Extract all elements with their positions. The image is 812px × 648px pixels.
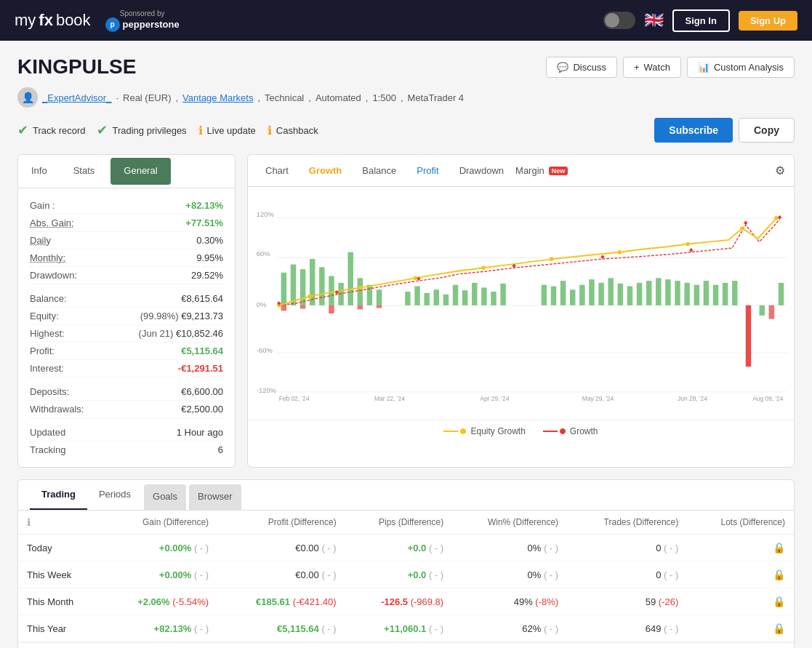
cashback-status: ℹ Cashback — [268, 124, 318, 137]
logo-book: book — [56, 11, 91, 30]
svg-rect-30 — [443, 295, 449, 305]
chart-tab-growth[interactable]: Growth — [300, 161, 351, 180]
theme-toggle[interactable] — [603, 12, 635, 29]
svg-rect-12 — [300, 269, 305, 305]
main-content: KINGPULSE 💬 Discuss + Watch 📊 Custom Ana… — [0, 41, 812, 648]
svg-rect-22 — [300, 305, 305, 309]
copy-button[interactable]: Copy — [739, 118, 795, 143]
svg-rect-49 — [656, 278, 661, 305]
svg-rect-59 — [760, 305, 765, 316]
account-actions: 💬 Discuss + Watch 📊 Custom Analysis — [546, 57, 795, 78]
live-update-status: ℹ Live update — [198, 124, 256, 137]
svg-rect-44 — [608, 278, 613, 305]
subscribe-button[interactable]: Subscribe — [654, 118, 733, 143]
svg-rect-28 — [424, 293, 429, 305]
signup-button[interactable]: Sign Up — [739, 11, 797, 31]
svg-rect-20 — [377, 289, 382, 305]
svg-rect-41 — [579, 285, 584, 305]
trading-privileges-status: ✔ Trading privileges — [97, 122, 186, 138]
chart-tab-chart[interactable]: Chart — [257, 161, 297, 180]
user-link[interactable]: _ExpertAdvisor_ — [42, 92, 111, 103]
svg-rect-43 — [598, 283, 603, 305]
toggle-knob — [605, 13, 619, 28]
left-tabs-nav: Info Stats General — [18, 155, 235, 188]
svg-rect-58 — [746, 305, 751, 367]
svg-rect-54 — [704, 281, 709, 305]
deposits-row: Deposits: €6,600.00 — [30, 383, 223, 401]
col-pips: Pips (Difference) — [345, 511, 453, 535]
svg-rect-45 — [618, 284, 623, 305]
table-row: This Week +0.00% ( - ) €0.00 ( - ) +0.0 … — [18, 561, 794, 588]
svg-rect-29 — [434, 289, 439, 305]
svg-rect-14 — [319, 267, 324, 305]
svg-point-67 — [550, 257, 554, 261]
warn-icon: ℹ — [198, 124, 203, 137]
svg-point-66 — [481, 265, 486, 270]
col-win: Win% (Difference) — [452, 511, 567, 535]
svg-point-68 — [618, 250, 622, 255]
svg-rect-50 — [665, 279, 670, 305]
svg-rect-24 — [358, 305, 363, 310]
navbar: myfxbook Sponsored by p pepperstone 🇬🇧 S… — [0, 0, 812, 41]
svg-rect-47 — [637, 283, 642, 305]
svg-rect-15 — [329, 276, 334, 305]
watch-button[interactable]: + Watch — [623, 57, 681, 78]
sponsor-brand: p pepperstone — [105, 17, 180, 32]
svg-text:60%: 60% — [257, 250, 270, 257]
svg-text:Feb 02, '24: Feb 02, '24 — [279, 395, 310, 402]
svg-marker-76 — [600, 255, 605, 259]
signin-button[interactable]: Sign In — [672, 9, 730, 32]
col-trades: Trades (Difference) — [567, 511, 687, 535]
chart-tab-margin[interactable]: Margin New — [515, 165, 568, 176]
status-items: ✔ Track record ✔ Trading privileges ℹ Li… — [17, 122, 318, 138]
svg-rect-32 — [462, 290, 467, 305]
status-actions: Subscribe Copy — [654, 118, 795, 143]
sponsored-text: Sponsored by p pepperstone — [105, 9, 180, 32]
tab-browser[interactable]: Browser — [189, 484, 241, 510]
gain-row: Gain : +82.13% — [30, 197, 223, 215]
tab-trading[interactable]: Trading — [30, 480, 87, 510]
interest-row: Interest: -€1,291.51 — [30, 360, 223, 377]
col-period: ℹ — [18, 511, 102, 535]
custom-analysis-button[interactable]: 📊 Custom Analysis — [687, 57, 795, 78]
track-record-status: ✔ Track record — [17, 122, 85, 138]
language-flag[interactable]: 🇬🇧 — [644, 11, 664, 30]
chart-tab-balance[interactable]: Balance — [353, 161, 405, 180]
svg-rect-38 — [551, 287, 556, 305]
tab-stats[interactable]: Stats — [60, 155, 108, 188]
tab-goals[interactable]: Goals — [144, 484, 186, 510]
svg-text:Apr 29, '24: Apr 29, '24 — [480, 395, 510, 402]
filter-icon[interactable]: ⚙ — [775, 164, 785, 177]
pepperstone-icon: p — [105, 17, 120, 32]
profit-row: Profit: €5,115.64 — [30, 343, 223, 360]
discuss-button[interactable]: 💬 Discuss — [546, 57, 617, 78]
tab-periods[interactable]: Periods — [87, 480, 142, 510]
logo: myfxbook — [15, 11, 91, 30]
svg-rect-26 — [405, 292, 410, 305]
tab-general[interactable]: General — [110, 158, 170, 185]
svg-rect-33 — [472, 283, 477, 305]
svg-text:May 29, '24: May 29, '24 — [582, 395, 614, 402]
balance-row: Balance: €8,615.64 — [30, 290, 223, 308]
chart-tab-profit[interactable]: Profit — [408, 161, 447, 180]
broker-link[interactable]: Vantage Markets — [182, 92, 253, 103]
info-icon[interactable]: ℹ — [27, 516, 31, 528]
account-title: KINGPULSE — [17, 55, 136, 79]
svg-marker-78 — [744, 221, 748, 225]
bottom-section: Trading Periods Goals Browser ℹ Gain (Di… — [17, 479, 795, 648]
svg-rect-52 — [684, 283, 689, 305]
abs-gain-row: Abs. Gain: +77.51% — [30, 215, 223, 232]
navbar-left: myfxbook Sponsored by p pepperstone — [15, 9, 180, 32]
tab-info[interactable]: Info — [18, 155, 60, 188]
svg-point-69 — [686, 242, 690, 247]
chart-area: 120% 60% 0% -60% -120% — [248, 187, 794, 420]
svg-text:Mar 22, '24: Mar 22, '24 — [374, 395, 405, 402]
svg-rect-35 — [491, 292, 496, 305]
chart-tab-drawdown[interactable]: Drawdown — [451, 161, 512, 180]
svg-marker-79 — [778, 215, 782, 220]
table-row: Today +0.00% ( - ) €0.00 ( - ) +0.0 ( - … — [18, 535, 794, 561]
col-lots: Lots (Difference) — [687, 511, 794, 535]
svg-rect-40 — [570, 289, 575, 305]
svg-rect-51 — [675, 281, 680, 305]
highest-row: Highest: (Jun 21) €10,852.46 — [30, 325, 223, 343]
